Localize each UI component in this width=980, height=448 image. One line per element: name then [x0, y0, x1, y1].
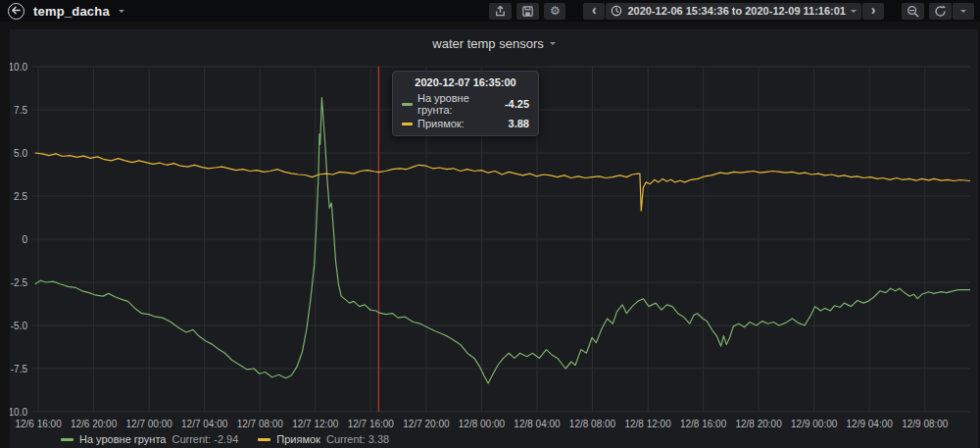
chart-legend: На уровне грунта Current: -2.94 Приямок …: [61, 432, 389, 446]
svg-text:12/7 16:00: 12/7 16:00: [348, 419, 395, 429]
svg-text:7.5: 7.5: [14, 105, 27, 116]
svg-text:12/7 20:00: 12/7 20:00: [403, 419, 450, 429]
chevron-left-icon: ‹: [592, 3, 597, 19]
time-range-text: 2020-12-06 15:34:36 to 2020-12-09 11:16:…: [627, 5, 846, 17]
tooltip-series-name: На уровне грунта:: [417, 92, 497, 116]
svg-text:12/8 12:00: 12/8 12:00: [624, 419, 671, 429]
tooltip-series-value: 3.88: [509, 118, 529, 129]
series-color-dash-icon: [258, 438, 270, 441]
svg-text:12/6 20:00: 12/6 20:00: [71, 419, 118, 429]
tooltip-row: На уровне грунта: -4.25: [402, 92, 529, 116]
tooltip-series-name: Приямок:: [417, 118, 501, 129]
svg-text:-2.5: -2.5: [11, 277, 28, 288]
panel-title-menu[interactable]: water temp sensors: [10, 33, 978, 53]
svg-text:12/6 16:00: 12/6 16:00: [15, 419, 62, 429]
svg-text:-10.0: -10.0: [10, 407, 27, 418]
zoom-out-icon: [906, 5, 919, 18]
time-range-button[interactable]: 2020-12-06 15:34:36 to 2020-12-09 11:16:…: [606, 3, 861, 20]
zoom-out-button[interactable]: [902, 3, 924, 20]
series-color-dash-icon: [61, 438, 74, 441]
svg-text:12/7 12:00: 12/7 12:00: [292, 419, 339, 429]
svg-text:12/9 08:00: 12/9 08:00: [902, 419, 949, 429]
svg-text:2.5: 2.5: [14, 191, 27, 202]
panel-title: water temp sensors: [432, 36, 543, 51]
time-range-caret-icon: [851, 10, 857, 13]
legend-item[interactable]: Приямок Current: 3.38: [258, 433, 389, 445]
back-arrow-icon: [11, 2, 22, 20]
legend-current-value: Current: -2.94: [172, 433, 238, 445]
graph-panel: water temp sensors 10.07.55.02.50-2.5-5.…: [10, 29, 978, 448]
time-forward-button[interactable]: ›: [862, 3, 884, 20]
svg-text:0: 0: [22, 234, 27, 245]
svg-text:12/8 04:00: 12/8 04:00: [514, 419, 561, 429]
chart-tooltip: 2020-12-07 16:35:00 На уровне грунта: -4…: [392, 71, 539, 136]
share-icon: [494, 5, 507, 18]
top-navbar: temp_dacha ⚙ ‹ 2020-12-06 15:3: [0, 0, 980, 22]
share-button[interactable]: [489, 3, 512, 20]
legend-series-name[interactable]: На уровне грунта: [79, 433, 166, 445]
svg-text:5.0: 5.0: [14, 148, 27, 159]
svg-text:12/8 08:00: 12/8 08:00: [569, 419, 616, 429]
series-color-dash-icon: [402, 103, 413, 106]
legend-series-name[interactable]: Приямок: [276, 433, 320, 445]
svg-text:-7.5: -7.5: [11, 364, 28, 374]
svg-text:12/8 16:00: 12/8 16:00: [680, 419, 727, 429]
gear-icon: ⚙: [550, 5, 561, 17]
svg-text:12/7 04:00: 12/7 04:00: [181, 419, 228, 429]
legend-current-value: Current: 3.38: [326, 433, 389, 445]
svg-text:-5.0: -5.0: [11, 321, 28, 331]
dashboard-title[interactable]: temp_dacha: [33, 4, 110, 19]
refresh-icon: [934, 5, 947, 18]
back-button[interactable]: [8, 3, 24, 20]
save-icon: [521, 5, 534, 18]
time-back-button[interactable]: ‹: [583, 3, 605, 20]
refresh-interval-button[interactable]: [953, 3, 974, 20]
svg-text:12/7 00:00: 12/7 00:00: [126, 419, 173, 429]
tooltip-timestamp: 2020-12-07 16:35:00: [402, 76, 529, 88]
refresh-caret-icon: [960, 10, 966, 13]
svg-text:12/9 04:00: 12/9 04:00: [847, 419, 894, 429]
series-color-dash-icon: [402, 123, 413, 125]
svg-text:12/9 00:00: 12/9 00:00: [791, 419, 838, 429]
svg-text:12/7 08:00: 12/7 08:00: [237, 419, 284, 429]
dashboard-title-caret-icon[interactable]: [119, 10, 124, 13]
svg-text:10.0: 10.0: [10, 62, 27, 73]
settings-button[interactable]: ⚙: [544, 3, 565, 20]
panel-title-caret-icon: [550, 42, 556, 45]
save-button[interactable]: [516, 3, 539, 20]
chevron-right-icon: ›: [871, 3, 876, 19]
clock-icon: [611, 5, 622, 17]
tooltip-row: Приямок: 3.88: [402, 118, 529, 129]
legend-item[interactable]: На уровне грунта Current: -2.94: [61, 433, 238, 445]
svg-text:12/8 20:00: 12/8 20:00: [735, 419, 782, 429]
tooltip-series-value: -4.25: [505, 98, 529, 110]
refresh-button[interactable]: [929, 3, 952, 20]
svg-text:12/8 00:00: 12/8 00:00: [459, 419, 506, 429]
